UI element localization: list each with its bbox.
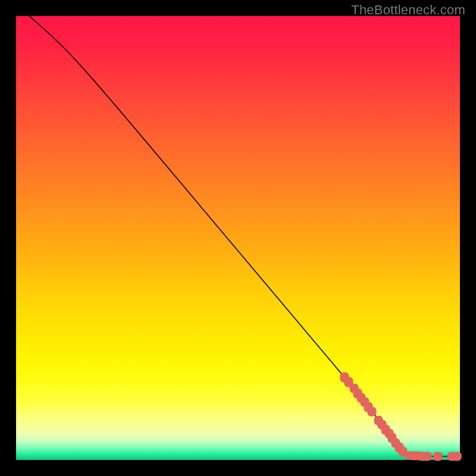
data-marker	[433, 452, 442, 461]
data-marker	[368, 406, 377, 416]
data-marker	[422, 452, 432, 461]
curve-line	[16, 16, 460, 460]
chart-frame: TheBottleneck.com	[0, 0, 476, 476]
data-marker	[452, 452, 462, 461]
plot-area	[16, 16, 460, 460]
